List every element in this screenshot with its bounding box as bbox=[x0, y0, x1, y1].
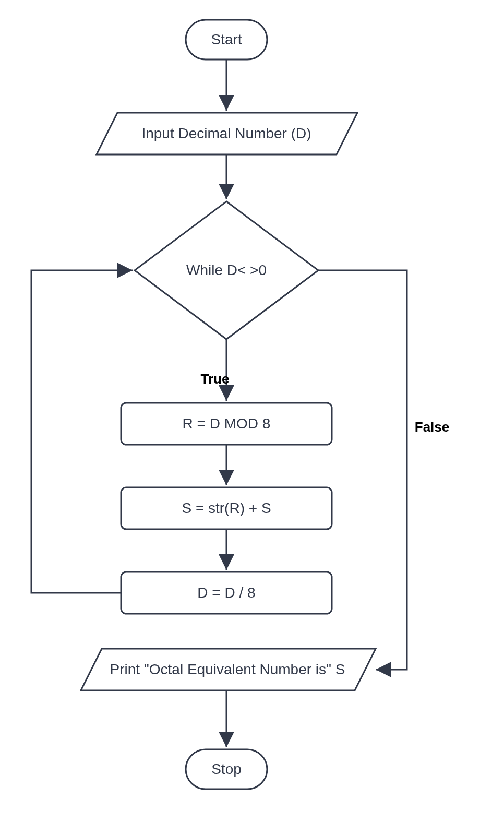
process3-node: D = D / 8 bbox=[121, 572, 332, 614]
process1-label: R = D MOD 8 bbox=[183, 415, 271, 432]
decision-node: While D< >0 bbox=[135, 201, 318, 339]
stop-label: Stop bbox=[211, 761, 242, 777]
output-node: Print "Octal Equivalent Number is" S bbox=[81, 649, 376, 690]
decision-label: While D< >0 bbox=[186, 262, 267, 278]
start-label: Start bbox=[211, 31, 242, 47]
process2-node: S = str(R) + S bbox=[121, 487, 332, 529]
start-node: Start bbox=[186, 20, 267, 59]
process1-node: R = D MOD 8 bbox=[121, 403, 332, 445]
input-node: Input Decimal Number (D) bbox=[97, 113, 357, 154]
output-label: Print "Octal Equivalent Number is" S bbox=[110, 661, 345, 677]
stop-node: Stop bbox=[186, 749, 267, 789]
process2-label: S = str(R) + S bbox=[182, 500, 271, 516]
input-label: Input Decimal Number (D) bbox=[141, 125, 311, 141]
edge-loop-back bbox=[31, 270, 133, 593]
true-label: True bbox=[201, 371, 230, 387]
false-label: False bbox=[415, 419, 450, 435]
process3-label: D = D / 8 bbox=[197, 584, 255, 601]
